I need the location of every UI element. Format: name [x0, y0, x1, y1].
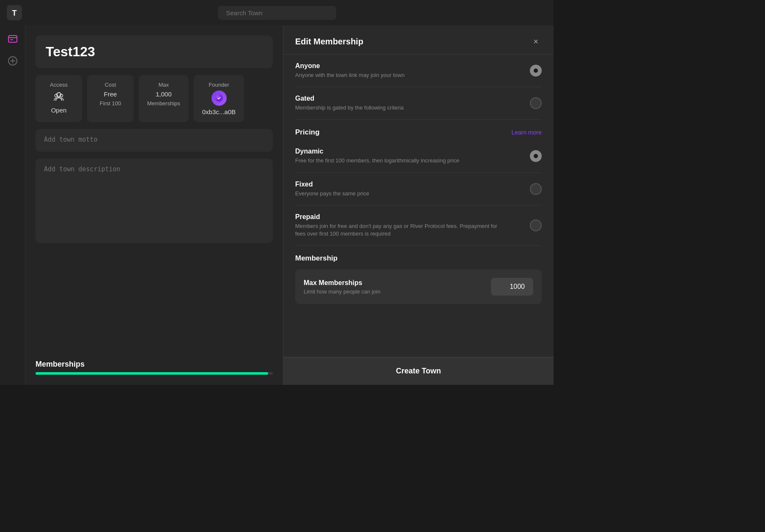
cost-subvalue: First 100 [100, 100, 121, 107]
option-name-dynamic: Dynamic [295, 148, 530, 155]
memberships-section: Memberships [36, 360, 273, 375]
motto-input[interactable] [36, 129, 273, 152]
svg-text:T: T [12, 9, 17, 17]
progress-bar-fill [36, 372, 268, 375]
access-icon [53, 90, 65, 104]
cost-stat-card: Cost Free First 100 [87, 75, 134, 122]
town-name-input[interactable] [36, 36, 273, 68]
description-input[interactable] [36, 159, 273, 243]
svg-rect-2 [8, 36, 17, 42]
pricing-option-prepaid[interactable]: Prepaid Members join for free and don't … [295, 206, 542, 246]
pricing-title: Pricing [295, 128, 320, 137]
content-area: Access Open Cost Free First 100 [25, 25, 283, 385]
option-desc-prepaid: Members join for free and don't pay any … [295, 222, 498, 238]
option-desc-gated: Membership is gated by the following cri… [295, 104, 498, 112]
option-name-gated: Gated [295, 95, 530, 102]
max-memberships-label: Max Memberships [304, 279, 380, 287]
panel-header: Edit Membership × [283, 25, 554, 55]
option-name-fixed: Fixed [295, 181, 530, 188]
search-input[interactable] [218, 6, 336, 20]
max-stat-card: Max 1,000 Memberships [139, 75, 189, 122]
membership-section-header: Membership [295, 246, 542, 266]
membership-section-title: Membership [295, 254, 337, 263]
logo: T [7, 5, 22, 20]
membership-option-anyone[interactable]: Anyone Anyone with the town link may joi… [295, 55, 542, 87]
radio-gated[interactable] [530, 97, 542, 109]
sidebar-item-inbox[interactable] [6, 32, 19, 46]
founder-label: Founder [208, 82, 229, 88]
progress-bar-bg [36, 372, 273, 375]
max-label: Max [159, 82, 169, 88]
access-label: Access [50, 82, 68, 88]
option-desc-dynamic: Free for the first 100 members, then log… [295, 157, 498, 165]
sidebar-item-add[interactable] [6, 54, 19, 68]
max-memberships-config: Max Memberships Limit how many people ca… [295, 269, 542, 304]
radio-prepaid[interactable] [530, 219, 542, 231]
learn-more-link[interactable]: Learn more [511, 129, 542, 136]
max-subvalue: Memberships [147, 100, 180, 107]
radio-dynamic[interactable] [530, 150, 542, 162]
founder-avatar [211, 90, 227, 106]
pricing-section-header: Pricing Learn more [295, 120, 542, 140]
cost-value: Free [104, 90, 117, 98]
max-value: 1,000 [156, 90, 172, 98]
close-button[interactable]: × [530, 36, 542, 47]
option-desc-anyone: Anyone with the town link may join your … [295, 71, 498, 79]
pricing-option-fixed[interactable]: Fixed Everyone pays the same price [295, 173, 542, 206]
panel-title: Edit Membership [295, 37, 363, 47]
membership-option-gated[interactable]: Gated Membership is gated by the followi… [295, 87, 542, 120]
radio-anyone[interactable] [530, 65, 542, 77]
founder-stat-card: Founder 0xb3c...a0B [194, 75, 244, 122]
memberships-title: Memberships [36, 360, 273, 369]
option-name-anyone: Anyone [295, 62, 530, 70]
cost-label: Cost [105, 82, 116, 88]
max-memberships-desc: Limit how many people can join [304, 288, 380, 295]
option-desc-fixed: Everyone pays the same price [295, 190, 498, 197]
access-value: Open [51, 107, 67, 114]
create-town-button[interactable]: Create Town [283, 357, 554, 385]
max-memberships-input[interactable] [491, 278, 533, 296]
edit-membership-panel: Edit Membership × Anyone Anyone with the… [283, 25, 554, 385]
access-stat-card: Access Open [36, 75, 82, 122]
pricing-option-dynamic[interactable]: Dynamic Free for the first 100 members, … [295, 140, 542, 173]
founder-value: 0xb3c...a0B [202, 108, 236, 115]
topbar: T [0, 0, 554, 25]
radio-fixed[interactable] [530, 183, 542, 195]
sidebar [0, 25, 25, 385]
stats-row: Access Open Cost Free First 100 [36, 75, 273, 122]
option-name-prepaid: Prepaid [295, 213, 530, 221]
panel-body: Anyone Anyone with the town link may joi… [283, 55, 554, 357]
